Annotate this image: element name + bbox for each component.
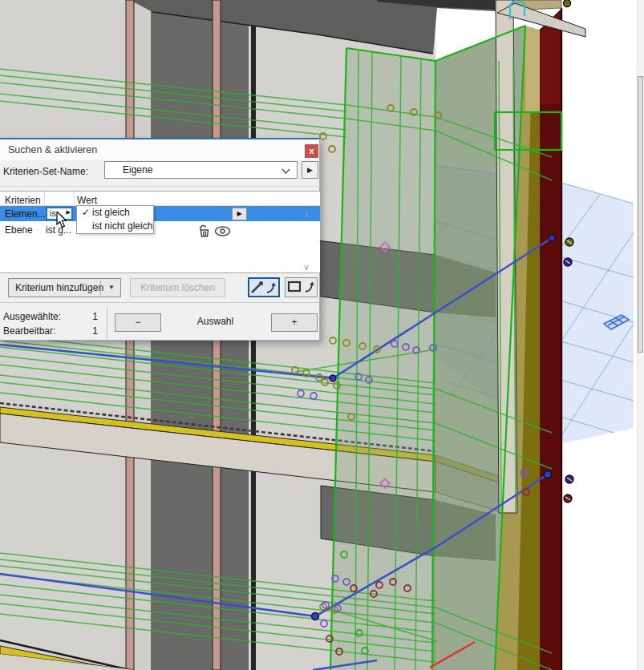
- scroll-up-icon[interactable]: ∧: [303, 209, 310, 220]
- add-criterion-button[interactable]: Kriterium hinzufügen ▼: [8, 278, 121, 297]
- plus-icon: +: [291, 317, 297, 328]
- pick-up-settings-button[interactable]: [248, 277, 280, 297]
- add-criterion-label: Kriterium hinzufügen: [15, 279, 103, 297]
- triangle-right-icon: ▶: [237, 210, 241, 217]
- triangle-right-icon: ▶: [307, 166, 313, 174]
- criteria-list[interactable]: Kriterien Wert Elemen... is... ▶ ▶ Ebene…: [0, 191, 320, 273]
- value-menu-button[interactable]: ▶: [232, 208, 247, 220]
- column-divider: [74, 192, 75, 205]
- marquee-select-button[interactable]: [285, 277, 318, 297]
- vertical-scrollbar-thumb[interactable]: [638, 76, 643, 353]
- selected-label: Ausgewählte:: [3, 311, 61, 322]
- close-button[interactable]: x: [305, 144, 318, 158]
- add-to-selection-button[interactable]: +: [271, 313, 318, 332]
- criteria-set-menu-button[interactable]: ▶: [302, 161, 318, 179]
- divider: [0, 302, 320, 303]
- red-panel: [540, 8, 561, 670]
- find-select-dialog: Suchen & aktivieren x Kriterien-Set-Name…: [0, 138, 320, 341]
- operator-popup-menu: ✓ ist gleich ist nicht gleich: [76, 205, 154, 234]
- criteria-set-value: Eigene: [123, 164, 152, 176]
- marquee-arrow-icon: [286, 278, 316, 295]
- visibility-eye-icon: [214, 226, 231, 236]
- column-divider: [44, 192, 45, 205]
- column-header-criteria: Kriterien: [5, 195, 41, 206]
- selected-count: 1: [77, 311, 98, 322]
- criteria-set-combobox[interactable]: Eigene: [104, 161, 298, 179]
- mouse-cursor: [56, 212, 70, 231]
- chevron-down-icon: [281, 168, 290, 174]
- curtain-wall-right-face: [432, 26, 540, 670]
- column-header-value: Wert: [77, 195, 97, 206]
- menu-item-ist-nicht-gleich[interactable]: ist nicht gleich: [77, 220, 153, 233]
- menu-item-label: ist gleich: [92, 206, 130, 220]
- editable-label: Bearbeitbar:: [3, 325, 55, 337]
- dialog-title: Suchen & aktivieren: [8, 144, 97, 155]
- divider: [0, 186, 320, 187]
- eyedropper-arrow-icon: [249, 279, 278, 296]
- criteria-name: Ebene: [5, 224, 33, 236]
- check-icon: ✓: [81, 206, 91, 220]
- app-root: { "window": { "title": "Suchen & aktivie…: [0, 0, 644, 670]
- menu-item-label: ist nicht gleich: [92, 220, 152, 233]
- divider: [107, 307, 107, 339]
- criteria-set-label: Kriterien-Set-Name:: [3, 166, 88, 177]
- button-split-divider: [100, 281, 101, 295]
- remove-from-selection-button[interactable]: −: [115, 313, 161, 332]
- dialog-titlebar[interactable]: Suchen & aktivieren x: [0, 139, 319, 160]
- triangle-down-icon[interactable]: ▼: [108, 279, 115, 297]
- criteria-row[interactable]: Ebene ist g...: [0, 221, 320, 236]
- criteria-name: Elemen...: [5, 208, 46, 220]
- editable-count: 1: [77, 325, 98, 337]
- minus-icon: −: [135, 317, 140, 328]
- scroll-down-icon[interactable]: ∨: [303, 262, 310, 272]
- delete-criterion-button[interactable]: Kriterium löschen: [130, 278, 225, 297]
- vertical-scrollbar[interactable]: [637, 0, 644, 670]
- criteria-row-selected[interactable]: Elemen... is... ▶ ▶: [0, 206, 320, 221]
- delete-criterion-label: Kriterium löschen: [140, 282, 215, 293]
- selection-label: Auswahl: [173, 316, 257, 327]
- menu-item-ist-gleich[interactable]: ✓ ist gleich: [77, 206, 153, 220]
- unlock-icon: [197, 224, 212, 238]
